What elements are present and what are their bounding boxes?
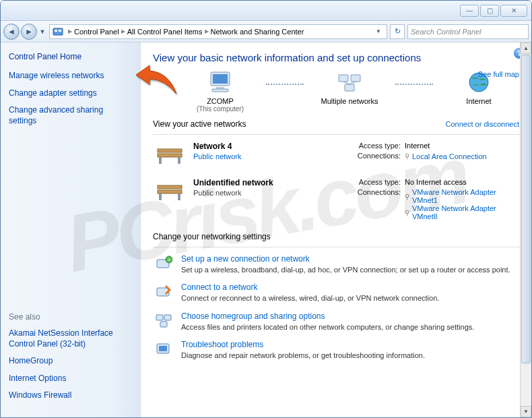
map-multi-label: Multiple networks — [309, 97, 390, 105]
crumb-sep: ▶ — [119, 28, 127, 34]
svg-rect-16 — [178, 157, 180, 164]
settings-list: + Set up a new connection or network Set… — [153, 254, 519, 360]
setting-item-troubleshoot: Troubleshoot problems Diagnose and repai… — [153, 340, 519, 360]
see-also-label: See also — [9, 312, 132, 322]
sidebar-link-homegroup[interactable]: HomeGroup — [9, 356, 132, 367]
plug-icon: ⚲ — [405, 193, 409, 200]
svg-rect-27 — [160, 322, 167, 327]
scroll-down-button[interactable]: ▼ — [521, 406, 531, 417]
setting-title-link[interactable]: Choose homegroup and sharing options — [181, 311, 474, 321]
connection-link[interactable]: ⚲VMware Network Adapter VMnet1 — [405, 188, 519, 204]
plug-icon: ⚲ — [405, 209, 409, 216]
vertical-scrollbar[interactable]: ▲ ▼ — [520, 42, 531, 417]
svg-rect-4 — [213, 74, 228, 84]
svg-rect-2 — [59, 30, 61, 32]
crumb-network-sharing[interactable]: Network and Sharing Center — [211, 28, 304, 36]
forward-button[interactable]: ► — [21, 24, 37, 40]
navbar: ◄ ► ▼ ▶ Control Panel ▶ All Control Pane… — [1, 21, 531, 42]
svg-rect-14 — [158, 154, 182, 157]
minimize-button[interactable]: — — [460, 5, 479, 17]
access-type-label: Access type: — [344, 142, 405, 150]
nav-arrows: ◄ ► ▼ — [3, 24, 46, 40]
page-title: View your basic network information and … — [153, 52, 519, 63]
plug-icon: ⚲ — [405, 152, 409, 160]
crumb-control-panel[interactable]: Control Panel — [74, 28, 119, 36]
sidebar-link-windows-firewall[interactable]: Windows Firewall — [9, 390, 132, 401]
scroll-up-button[interactable]: ▲ — [521, 42, 531, 54]
network-type-link[interactable]: Public network — [193, 152, 314, 160]
svg-rect-17 — [158, 185, 182, 189]
search-placeholder: Search Control Panel — [411, 28, 481, 36]
change-settings-text: Change your networking settings — [153, 232, 271, 241]
connect-disconnect-link[interactable]: Connect or disconnect — [446, 120, 519, 128]
map-computer-label: ZCOMP — [180, 97, 261, 105]
active-networks-text: View your active networks — [153, 119, 246, 129]
sidebar: Control Panel Home Manage wireless netwo… — [1, 42, 141, 417]
network-entry: Network 4 Public network Access type: In… — [153, 142, 519, 169]
network-type: Public network — [193, 189, 314, 197]
svg-rect-9 — [345, 84, 354, 91]
setting-item-connect: Connect to a network Connect or reconnec… — [153, 282, 519, 303]
network-entry: Unidentified network Public network Acce… — [153, 178, 519, 222]
divider — [153, 134, 519, 135]
address-bar[interactable]: ▶ Control Panel ▶ All Control Panel Item… — [49, 24, 387, 39]
refresh-button[interactable]: ↻ — [390, 24, 405, 39]
crumb-all-items[interactable]: All Control Panel Items — [127, 28, 203, 36]
setting-title-link[interactable]: Connect to a network — [181, 282, 439, 292]
sidebar-link-internet-options[interactable]: Internet Options — [9, 374, 132, 384]
bench-icon — [153, 142, 187, 169]
svg-rect-1 — [55, 30, 57, 32]
sidebar-link-adapter-settings[interactable]: Change adapter settings — [9, 88, 132, 99]
svg-rect-15 — [159, 157, 162, 164]
setting-item-setup: + Set up a new connection or network Set… — [153, 254, 519, 274]
back-button[interactable]: ◄ — [3, 24, 20, 40]
svg-rect-13 — [158, 149, 182, 152]
connection-link[interactable]: ⚲VMware Network Adapter VMnet8 — [405, 204, 519, 220]
access-type-label: Access type: — [344, 178, 405, 186]
history-dropdown[interactable]: ▼ — [38, 24, 46, 40]
setting-title-link[interactable]: Set up a new connection or network — [181, 254, 510, 264]
maximize-button[interactable]: ▢ — [480, 5, 499, 17]
svg-line-10 — [343, 82, 350, 84]
computer-icon — [207, 70, 234, 94]
setting-desc: Access files and printers located on oth… — [181, 322, 474, 332]
see-full-map-link[interactable]: See full map — [478, 70, 519, 78]
map-connector — [266, 84, 304, 85]
network-name: Unidentified network — [193, 178, 314, 187]
crumb-sep: ▶ — [203, 28, 211, 34]
search-input[interactable]: Search Control Panel — [407, 24, 529, 39]
connections-label: Connections: — [344, 188, 405, 196]
access-type-value: Internet — [405, 142, 519, 150]
svg-rect-19 — [159, 193, 162, 200]
svg-line-11 — [350, 82, 356, 84]
sidebar-link-manage-wireless[interactable]: Manage wireless networks — [9, 71, 132, 82]
svg-rect-6 — [212, 89, 228, 92]
map-node-computer: ZCOMP (This computer) — [180, 70, 261, 113]
connections-label: Connections: — [344, 152, 405, 160]
svg-rect-8 — [351, 75, 360, 82]
control-panel-home-link[interactable]: Control Panel Home — [9, 52, 132, 61]
setting-title-link[interactable]: Troubleshoot problems — [181, 340, 425, 349]
close-button[interactable]: ✕ — [500, 5, 527, 17]
troubleshoot-icon — [153, 340, 174, 359]
sidebar-link-akamai[interactable]: Akamai NetSession Interface Control Pane… — [9, 328, 132, 349]
scroll-thumb[interactable] — [521, 55, 531, 363]
change-settings-label: Change your networking settings — [153, 232, 519, 241]
sidebar-link-advanced-sharing[interactable]: Change advanced sharing settings — [9, 105, 132, 126]
content-pane: ? View your basic network information an… — [141, 42, 531, 417]
divider — [153, 247, 519, 247]
svg-rect-18 — [158, 190, 182, 193]
setup-connection-icon: + — [153, 254, 174, 273]
map-internet-label: Internet — [438, 97, 519, 105]
connection-link[interactable]: ⚲Local Area Connection — [405, 152, 487, 160]
network-map: See full map ZCOMP (This computer) Multi… — [153, 70, 519, 113]
control-panel-icon — [53, 26, 63, 37]
setting-desc: Set up a wireless, broadband, dial-up, a… — [181, 265, 510, 274]
address-dropdown[interactable]: ▼ — [373, 28, 384, 34]
svg-rect-20 — [178, 193, 180, 200]
setting-item-homegroup: Choose homegroup and sharing options Acc… — [153, 311, 519, 332]
map-connector — [395, 84, 433, 85]
svg-rect-7 — [339, 75, 348, 82]
setting-desc: Diagnose and repair network problems, or… — [181, 351, 425, 360]
titlebar: — ▢ ✕ — [1, 1, 531, 21]
